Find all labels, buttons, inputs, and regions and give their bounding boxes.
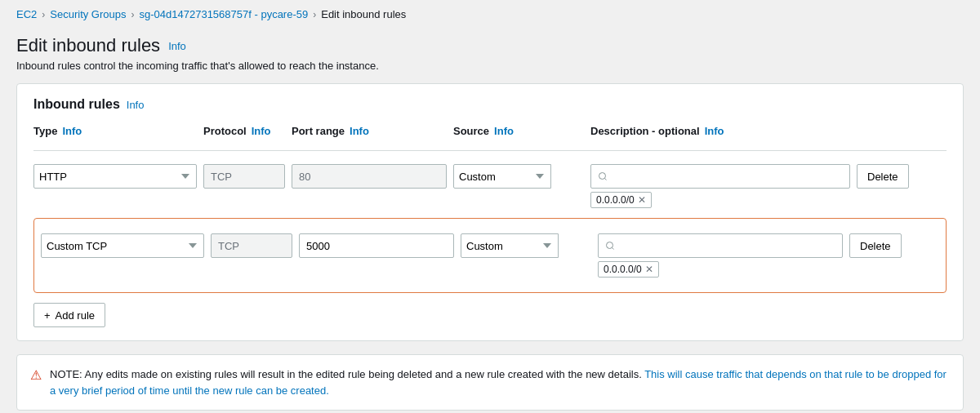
col-port: Port range Info [292, 125, 447, 137]
breadcrumb-sep-3: › [313, 9, 316, 20]
rule-row-inner-1: Custom TCP HTTP HTTPS SSH All traffic [41, 227, 939, 284]
source-type-select-0[interactable]: Custom Anywhere-IPv4 Anywhere-IPv6 My IP [453, 164, 551, 189]
breadcrumb-ec2[interactable]: EC2 [16, 8, 37, 20]
type-cell-1: Custom TCP HTTP HTTPS SSH All traffic [41, 233, 204, 258]
tag-container-0: 0.0.0.0/0 ✕ [590, 192, 850, 208]
type-select-1[interactable]: Custom TCP HTTP HTTPS SSH All traffic [41, 233, 204, 258]
col-protocol-info[interactable]: Info [252, 125, 271, 137]
source-search-input-1[interactable] [598, 233, 843, 258]
tag-container-1: 0.0.0.0/0 ✕ [598, 261, 843, 278]
breadcrumb: EC2 › Security Groups › sg-04d1472731568… [0, 0, 980, 29]
port-cell-1 [299, 233, 454, 258]
page-wrapper: EC2 › Security Groups › sg-04d1472731568… [0, 0, 980, 413]
source-compound-cell-1: Custom Anywhere-IPv4 Anywhere-IPv6 My IP [461, 233, 591, 258]
type-select-0[interactable]: HTTP HTTPS SSH Custom TCP All traffic [33, 164, 197, 189]
port-cell-0 [292, 164, 447, 189]
delete-button-1[interactable]: Delete [849, 233, 902, 258]
col-type-info[interactable]: Info [62, 125, 82, 137]
port-input-0 [292, 164, 447, 189]
breadcrumb-current: Edit inbound rules [321, 8, 406, 20]
breadcrumb-sep-2: › [131, 9, 135, 20]
plus-icon: + [44, 309, 51, 322]
table-row: HTTP HTTPS SSH Custom TCP All traffic Cu… [33, 158, 947, 215]
protocol-input-1 [211, 233, 292, 258]
delete-cell-0: Delete [857, 164, 947, 189]
description-cell-1: Delete [849, 233, 939, 258]
page-subtitle: Inbound rules control the incoming traff… [16, 60, 964, 72]
delete-button-0[interactable]: Delete [857, 164, 909, 189]
table-header: Type Info Protocol Info Port range Info … [33, 125, 947, 144]
tag-chip-0-0: 0.0.0.0/0 ✕ [590, 192, 652, 208]
protocol-cell-1 [211, 233, 292, 258]
page-header: Edit inbound rules Info Inbound rules co… [0, 29, 980, 83]
section-title: Inbound rules [33, 97, 120, 112]
type-cell-0: HTTP HTTPS SSH Custom TCP All traffic [33, 164, 197, 189]
source-search-cell-0: 0.0.0.0/0 ✕ [590, 164, 850, 208]
col-description-info[interactable]: Info [705, 125, 724, 137]
warning-text: NOTE: Any edits made on existing rules w… [50, 366, 950, 398]
source-search-input-0[interactable] [590, 164, 850, 189]
page-info-link[interactable]: Info [168, 40, 186, 52]
warning-icon: ⚠ [30, 367, 42, 383]
add-rule-button[interactable]: + Add rule [33, 303, 105, 327]
source-compound-cell-0: Custom Anywhere-IPv4 Anywhere-IPv6 My IP [453, 164, 584, 189]
col-protocol: Protocol Info [203, 125, 285, 137]
page-title: Edit inbound rules [16, 35, 160, 56]
remove-tag-0-0[interactable]: ✕ [638, 195, 646, 205]
port-input-1[interactable] [299, 233, 454, 258]
inbound-rules-card: Inbound rules Info Type Info Protocol In… [16, 83, 964, 341]
table-divider [33, 150, 947, 151]
breadcrumb-sep-1: › [42, 9, 45, 20]
section-info-link[interactable]: Info [127, 99, 145, 111]
source-type-select-1[interactable]: Custom Anywhere-IPv4 Anywhere-IPv6 My IP [461, 233, 559, 258]
table-row-highlighted: Custom TCP HTTP HTTPS SSH All traffic [33, 218, 947, 293]
protocol-cell-0 [203, 164, 285, 189]
tag-chip-1-0: 0.0.0.0/0 ✕ [598, 261, 659, 278]
warning-card: ⚠ NOTE: Any edits made on existing rules… [16, 354, 964, 411]
section-header: Inbound rules Info [33, 97, 947, 112]
remove-tag-1-0[interactable]: ✕ [645, 264, 653, 274]
breadcrumb-sg[interactable]: sg-04d1472731568757f - pycare-59 [140, 8, 309, 20]
protocol-input-0 [203, 164, 285, 189]
add-rule-label: Add rule [56, 309, 95, 322]
col-source: Source Info [453, 125, 584, 137]
col-type: Type Info [33, 125, 197, 137]
breadcrumb-security-groups[interactable]: Security Groups [50, 8, 126, 20]
col-source-info[interactable]: Info [494, 125, 514, 137]
col-port-info[interactable]: Info [350, 125, 369, 137]
source-search-cell-1: 0.0.0.0/0 ✕ [598, 233, 843, 278]
col-description: Description - optional Info [590, 125, 850, 137]
